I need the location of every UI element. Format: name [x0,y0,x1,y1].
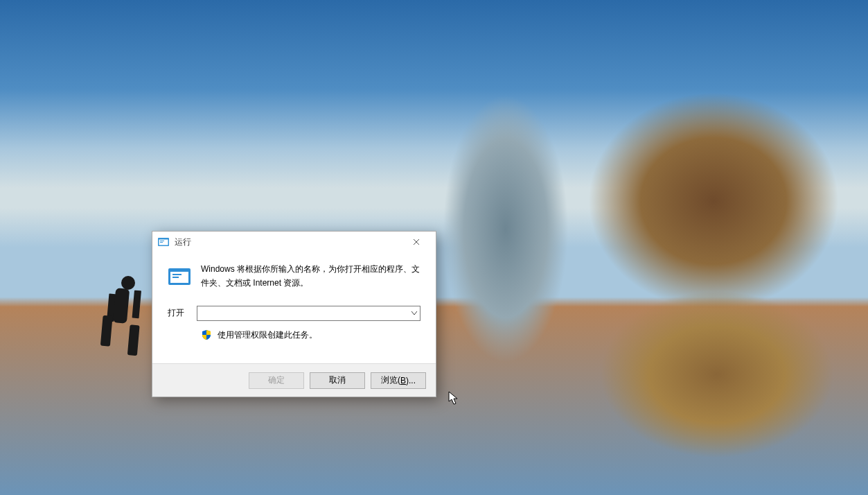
mouse-cursor [448,391,459,406]
svg-rect-7 [172,277,179,278]
browse-button[interactable]: 浏览(B)... [371,372,426,389]
run-dialog: 运行 Windows 将根据你所输入的名称，为你打开相应的程序、文件夹、文档或 … [152,231,436,397]
dialog-button-row: 确定 取消 浏览(B)... [152,363,436,397]
admin-privilege-label: 使用管理权限创建此任务。 [218,329,317,341]
open-combobox[interactable] [197,306,420,321]
svg-rect-6 [172,274,181,275]
dialog-title: 运行 [175,236,402,248]
run-icon [158,236,169,248]
chevron-down-icon[interactable] [409,310,420,317]
dialog-description: Windows 将根据你所输入的名称，为你打开相应的程序、文件夹、文档或 Int… [201,262,420,290]
browse-prefix: 浏览( [381,374,400,386]
cancel-button[interactable]: 取消 [310,372,365,389]
dialog-body: Windows 将根据你所输入的名称，为你打开相应的程序、文件夹、文档或 Int… [152,252,436,363]
ok-button[interactable]: 确定 [249,372,304,389]
close-icon [413,237,420,247]
shield-icon [201,329,212,340]
open-input[interactable] [197,306,409,320]
svg-rect-3 [160,242,163,243]
browse-access-key: B [400,376,406,385]
run-icon-large [168,265,191,288]
svg-rect-2 [160,241,164,241]
browse-suffix: )... [406,376,416,385]
open-label: 打开 [168,307,184,319]
titlebar[interactable]: 运行 [152,232,436,252]
close-button[interactable] [402,232,430,252]
